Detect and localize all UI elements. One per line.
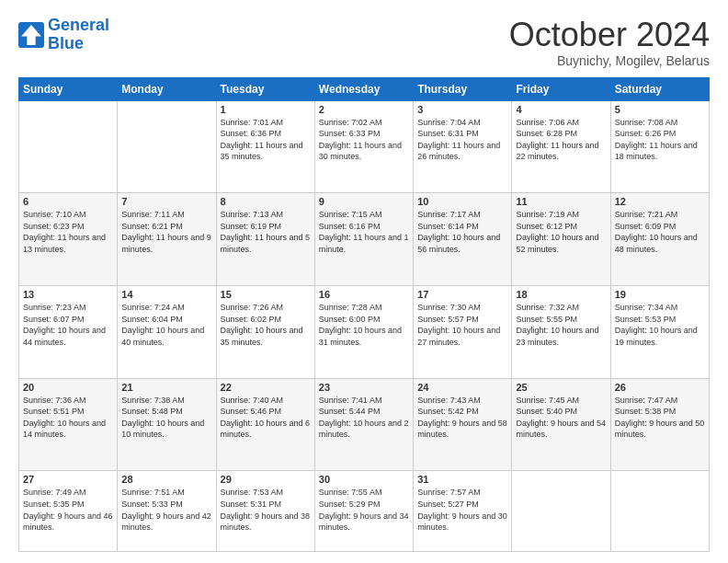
day-number: 28 (121, 474, 211, 485)
calendar-cell: 3 Sunrise: 7:04 AMSunset: 6:31 PMDayligh… (414, 100, 512, 193)
calendar-cell: 23 Sunrise: 7:41 AMSunset: 5:44 PMDaylig… (314, 378, 413, 471)
calendar-week-4: 20 Sunrise: 7:36 AMSunset: 5:51 PMDaylig… (19, 378, 710, 471)
calendar-cell: 9 Sunrise: 7:15 AMSunset: 6:16 PMDayligh… (314, 193, 413, 286)
calendar-week-2: 6 Sunrise: 7:10 AMSunset: 6:23 PMDayligh… (19, 193, 710, 286)
title-block: October 2024 Buynichy, Mogilev, Belarus (509, 17, 710, 68)
calendar-cell: 20 Sunrise: 7:36 AMSunset: 5:51 PMDaylig… (19, 378, 118, 471)
calendar-cell: 31 Sunrise: 7:57 AMSunset: 5:27 PMDaylig… (414, 471, 512, 552)
calendar-cell: 8 Sunrise: 7:13 AMSunset: 6:19 PMDayligh… (216, 193, 314, 286)
calendar-week-5: 27 Sunrise: 7:49 AMSunset: 5:35 PMDaylig… (19, 471, 710, 552)
day-number: 20 (23, 382, 113, 393)
day-number: 5 (615, 104, 705, 115)
calendar-cell: 14 Sunrise: 7:24 AMSunset: 6:04 PMDaylig… (118, 285, 216, 378)
logo-line2: Blue (48, 34, 84, 52)
month-title: October 2024 (509, 17, 710, 53)
day-number: 8 (221, 196, 311, 207)
calendar-cell: 18 Sunrise: 7:32 AMSunset: 5:55 PMDaylig… (512, 285, 610, 378)
day-number: 19 (615, 289, 705, 300)
subtitle: Buynichy, Mogilev, Belarus (509, 53, 710, 68)
cell-info: Sunrise: 7:08 AMSunset: 6:26 PMDaylight:… (615, 117, 705, 163)
cell-info: Sunrise: 7:53 AMSunset: 5:31 PMDaylight:… (221, 487, 311, 533)
day-number: 25 (516, 382, 606, 393)
cell-info: Sunrise: 7:28 AMSunset: 6:00 PMDaylight:… (319, 302, 409, 348)
day-number: 7 (121, 196, 211, 207)
day-number: 2 (319, 104, 409, 115)
calendar-cell: 7 Sunrise: 7:11 AMSunset: 6:21 PMDayligh… (118, 193, 216, 286)
header: General Blue October 2024 Buynichy, Mogi… (18, 17, 710, 68)
cell-info: Sunrise: 7:24 AMSunset: 6:04 PMDaylight:… (121, 302, 211, 348)
cell-info: Sunrise: 7:02 AMSunset: 6:33 PMDaylight:… (319, 117, 409, 163)
cell-info: Sunrise: 7:06 AMSunset: 6:28 PMDaylight:… (516, 117, 606, 163)
calendar-cell (512, 471, 610, 552)
cell-info: Sunrise: 7:36 AMSunset: 5:51 PMDaylight:… (23, 395, 113, 441)
col-thursday: Thursday (414, 77, 512, 100)
cell-info: Sunrise: 7:43 AMSunset: 5:42 PMDaylight:… (417, 395, 507, 441)
day-number: 1 (221, 104, 311, 115)
calendar-cell: 27 Sunrise: 7:49 AMSunset: 5:35 PMDaylig… (19, 471, 118, 552)
cell-info: Sunrise: 7:11 AMSunset: 6:21 PMDaylight:… (121, 209, 211, 255)
cell-info: Sunrise: 7:21 AMSunset: 6:09 PMDaylight:… (615, 209, 705, 255)
calendar-week-3: 13 Sunrise: 7:23 AMSunset: 6:07 PMDaylig… (19, 285, 710, 378)
day-number: 18 (516, 289, 606, 300)
day-number: 30 (319, 474, 409, 485)
calendar-cell: 21 Sunrise: 7:38 AMSunset: 5:48 PMDaylig… (118, 378, 216, 471)
cell-info: Sunrise: 7:04 AMSunset: 6:31 PMDaylight:… (417, 117, 507, 163)
logo: General Blue (18, 17, 109, 53)
calendar-cell: 24 Sunrise: 7:43 AMSunset: 5:42 PMDaylig… (414, 378, 512, 471)
cell-info: Sunrise: 7:10 AMSunset: 6:23 PMDaylight:… (23, 209, 113, 255)
day-number: 11 (516, 196, 606, 207)
col-saturday: Saturday (610, 77, 709, 100)
calendar-cell: 4 Sunrise: 7:06 AMSunset: 6:28 PMDayligh… (512, 100, 610, 193)
cell-info: Sunrise: 7:26 AMSunset: 6:02 PMDaylight:… (221, 302, 311, 348)
day-number: 15 (221, 289, 311, 300)
cell-info: Sunrise: 7:51 AMSunset: 5:33 PMDaylight:… (121, 487, 211, 533)
calendar-cell (118, 100, 216, 193)
logo-line1: General (48, 16, 109, 34)
cell-info: Sunrise: 7:47 AMSunset: 5:38 PMDaylight:… (615, 395, 705, 441)
calendar-cell: 22 Sunrise: 7:40 AMSunset: 5:46 PMDaylig… (216, 378, 314, 471)
calendar-cell: 16 Sunrise: 7:28 AMSunset: 6:00 PMDaylig… (314, 285, 413, 378)
cell-info: Sunrise: 7:38 AMSunset: 5:48 PMDaylight:… (121, 395, 211, 441)
day-number: 13 (23, 289, 113, 300)
col-sunday: Sunday (19, 77, 118, 100)
day-number: 31 (417, 474, 507, 485)
cell-info: Sunrise: 7:19 AMSunset: 6:12 PMDaylight:… (516, 209, 606, 255)
cell-info: Sunrise: 7:15 AMSunset: 6:16 PMDaylight:… (319, 209, 409, 255)
day-number: 17 (417, 289, 507, 300)
cell-info: Sunrise: 7:23 AMSunset: 6:07 PMDaylight:… (23, 302, 113, 348)
day-number: 9 (319, 196, 409, 207)
cell-info: Sunrise: 7:57 AMSunset: 5:27 PMDaylight:… (417, 487, 507, 533)
day-number: 27 (23, 474, 113, 485)
calendar-cell: 25 Sunrise: 7:45 AMSunset: 5:40 PMDaylig… (512, 378, 610, 471)
day-number: 24 (417, 382, 507, 393)
calendar-cell: 15 Sunrise: 7:26 AMSunset: 6:02 PMDaylig… (216, 285, 314, 378)
day-number: 14 (121, 289, 211, 300)
col-monday: Monday (118, 77, 216, 100)
calendar-cell (610, 471, 709, 552)
day-number: 16 (319, 289, 409, 300)
cell-info: Sunrise: 7:32 AMSunset: 5:55 PMDaylight:… (516, 302, 606, 348)
cell-info: Sunrise: 7:40 AMSunset: 5:46 PMDaylight:… (221, 395, 311, 441)
calendar-cell: 17 Sunrise: 7:30 AMSunset: 5:57 PMDaylig… (414, 285, 512, 378)
day-number: 6 (23, 196, 113, 207)
cell-info: Sunrise: 7:13 AMSunset: 6:19 PMDaylight:… (221, 209, 311, 255)
calendar-cell: 26 Sunrise: 7:47 AMSunset: 5:38 PMDaylig… (610, 378, 709, 471)
calendar-cell: 6 Sunrise: 7:10 AMSunset: 6:23 PMDayligh… (19, 193, 118, 286)
calendar-table: Sunday Monday Tuesday Wednesday Thursday… (18, 77, 710, 552)
calendar-cell: 29 Sunrise: 7:53 AMSunset: 5:31 PMDaylig… (216, 471, 314, 552)
cell-info: Sunrise: 7:55 AMSunset: 5:29 PMDaylight:… (319, 487, 409, 533)
cell-info: Sunrise: 7:01 AMSunset: 6:36 PMDaylight:… (221, 117, 311, 163)
col-friday: Friday (512, 77, 610, 100)
calendar-cell: 2 Sunrise: 7:02 AMSunset: 6:33 PMDayligh… (314, 100, 413, 193)
cell-info: Sunrise: 7:49 AMSunset: 5:35 PMDaylight:… (23, 487, 113, 533)
logo-text: General Blue (48, 17, 109, 53)
cell-info: Sunrise: 7:17 AMSunset: 6:14 PMDaylight:… (417, 209, 507, 255)
day-number: 29 (221, 474, 311, 485)
day-number: 4 (516, 104, 606, 115)
day-number: 3 (417, 104, 507, 115)
calendar-cell: 10 Sunrise: 7:17 AMSunset: 6:14 PMDaylig… (414, 193, 512, 286)
day-number: 21 (121, 382, 211, 393)
calendar-cell: 19 Sunrise: 7:34 AMSunset: 5:53 PMDaylig… (610, 285, 709, 378)
calendar-cell: 13 Sunrise: 7:23 AMSunset: 6:07 PMDaylig… (19, 285, 118, 378)
cell-info: Sunrise: 7:30 AMSunset: 5:57 PMDaylight:… (417, 302, 507, 348)
